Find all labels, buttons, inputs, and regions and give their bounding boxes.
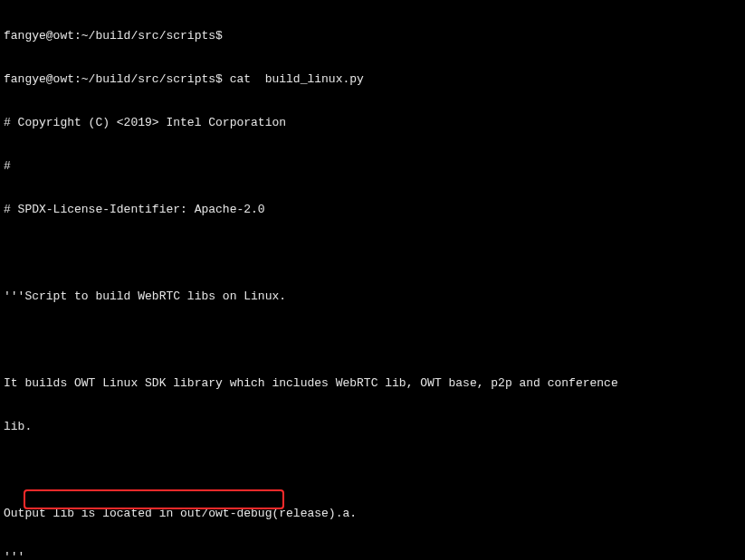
terminal-line: #	[4, 159, 741, 174]
terminal-line: '''	[4, 550, 741, 560]
terminal-output[interactable]: fangye@owt:~/build/src/scripts$ fangye@o…	[0, 0, 745, 560]
terminal-line: lib.	[4, 420, 741, 434]
terminal-line: fangye@owt:~/build/src/scripts$ cat buil…	[4, 72, 741, 87]
terminal-line	[4, 333, 741, 347]
terminal-line: '''Script to build WebRTC libs on Linux.	[4, 289, 741, 304]
terminal-line: It builds OWT Linux SDK library which in…	[4, 376, 741, 391]
terminal-line	[4, 463, 741, 478]
terminal-line	[4, 246, 741, 261]
terminal-line: # Copyright (C) <2019> Intel Corporation	[4, 116, 741, 130]
terminal-line: Output lib is located in out/owt-debug(r…	[4, 507, 741, 521]
terminal-line: fangye@owt:~/build/src/scripts$	[4, 29, 741, 43]
terminal-line: # SPDX-License-Identifier: Apache-2.0	[4, 203, 741, 217]
